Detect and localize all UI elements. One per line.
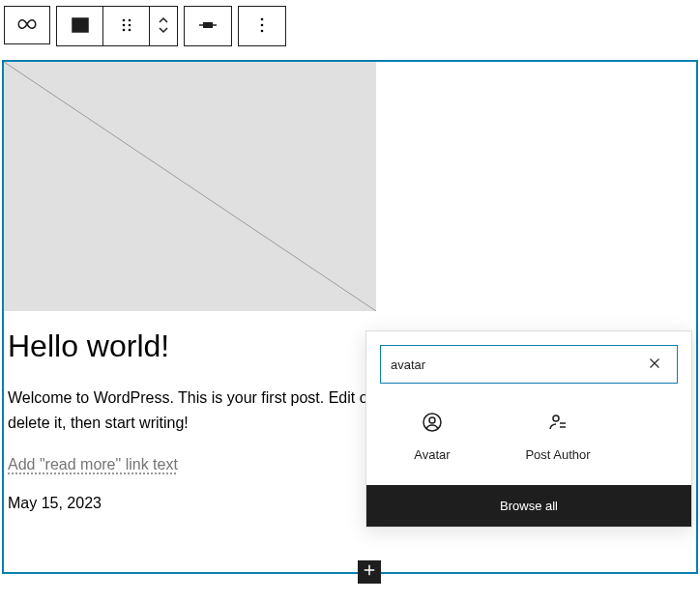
svg-point-9 [261, 17, 264, 20]
svg-point-2 [122, 23, 125, 26]
svg-point-4 [122, 28, 125, 31]
svg-line-12 [4, 62, 376, 311]
svg-point-15 [553, 415, 559, 421]
drag-icon [115, 14, 138, 40]
chevron-up-down-icon [156, 14, 171, 40]
search-container [366, 331, 691, 397]
svg-point-14 [429, 417, 435, 423]
svg-point-3 [128, 23, 131, 26]
align-button[interactable] [185, 7, 231, 45]
toolbar-group-align [184, 6, 232, 46]
svg-point-0 [122, 18, 125, 21]
align-icon [196, 14, 219, 40]
block-toolbar [0, 0, 700, 52]
close-icon [646, 360, 663, 375]
post-excerpt[interactable]: Welcome to WordPress. This is your first… [8, 386, 385, 435]
layout-icon [69, 14, 92, 40]
svg-point-10 [261, 23, 264, 26]
browse-all-button[interactable]: Browse all [366, 485, 691, 527]
block-type-button[interactable] [4, 6, 50, 44]
more-button[interactable] [239, 7, 285, 45]
search-results: Avatar Post Author [366, 397, 691, 485]
svg-point-5 [128, 28, 131, 31]
author-icon [510, 411, 606, 434]
avatar-icon [384, 411, 481, 434]
layout-button[interactable] [57, 7, 103, 45]
toolbar-group-layout [56, 6, 178, 46]
clear-search-button[interactable] [642, 351, 667, 379]
result-label: Post Author [510, 447, 606, 462]
svg-point-11 [261, 29, 264, 32]
toolbar-group-more [238, 6, 286, 46]
svg-rect-6 [203, 22, 213, 28]
search-input[interactable] [391, 358, 642, 372]
selected-block[interactable]: Hello world! Welcome to WordPress. This … [2, 60, 698, 574]
move-button[interactable] [150, 7, 177, 45]
block-inserter-popup: Avatar Post Author Browse all [365, 330, 692, 528]
result-avatar[interactable]: Avatar [384, 405, 481, 468]
more-vertical-icon [250, 14, 274, 40]
result-post-author[interactable]: Post Author [510, 405, 606, 468]
drag-handle-button[interactable] [103, 7, 150, 45]
search-box [380, 345, 678, 384]
plus-icon [361, 561, 378, 583]
svg-point-1 [128, 18, 131, 21]
featured-image-placeholder[interactable] [4, 62, 376, 311]
loop-icon [15, 13, 39, 39]
result-label: Avatar [384, 447, 481, 462]
add-block-button[interactable] [358, 560, 381, 584]
